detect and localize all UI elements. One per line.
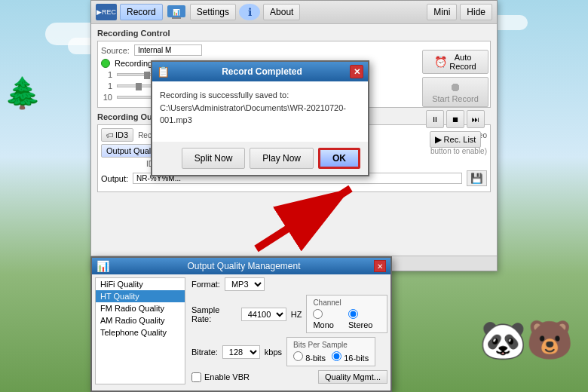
slider2-label: 1 <box>101 81 112 90</box>
enable-vbr-checkbox[interactable] <box>191 372 201 382</box>
toolbar: ▶REC Record 📊 Settings ℹ About Mini Hide <box>91 1 497 24</box>
slider1-label: 1 <box>101 70 112 79</box>
right-panel: ⏰ AutoRecord ⏺ Start Record ⏸ ⏹ ⏭ ▶ <box>414 47 497 151</box>
id3-icon: 🏷 <box>106 131 114 139</box>
enable-vbr-row: Enable VBR Quality Mgmt... <box>191 370 387 384</box>
ok-label: OK <box>332 153 346 164</box>
record-button[interactable]: Record <box>120 4 163 20</box>
play-now-label: Play Now <box>262 153 301 164</box>
pause-icon: ⏸ <box>431 115 439 124</box>
output-label: Output: <box>101 174 128 183</box>
stop-button[interactable]: ⏹ <box>446 110 464 128</box>
quality-mgmt-label: Quality Mgmt... <box>325 372 381 381</box>
svg-rect-1 <box>172 17 181 19</box>
panda-area: 🐼🐻 <box>479 318 573 362</box>
mono-label[interactable]: Mono <box>313 309 342 329</box>
list-icon: ▶ <box>435 134 442 145</box>
record-completed-dialog: 📋 Record Completed ✕ Recording is succes… <box>151 60 369 176</box>
stop-icon: ⏹ <box>452 115 459 124</box>
skip-button[interactable]: ⏭ <box>467 110 485 128</box>
bits-radio-group: 8-bits 16-bits <box>293 351 369 363</box>
id3-button[interactable]: 🏷 ID3 <box>101 128 133 142</box>
source-label: Source: <box>101 46 130 55</box>
mono-radio[interactable] <box>313 309 323 319</box>
start-record-label: Start Record <box>432 94 479 103</box>
bits-16-radio[interactable] <box>332 351 341 361</box>
recording-text: Recording <box>115 59 152 68</box>
bits-16-label[interactable]: 16-bits <box>332 351 369 363</box>
clock-icon: ⏰ <box>434 56 447 68</box>
record-icon: ▶REC <box>96 4 117 20</box>
record-label: Record <box>127 7 156 17</box>
recording-control-label: Recording Control <box>97 29 491 38</box>
dialog-message: Recording is successfully saved to: C:\U… <box>160 89 360 127</box>
channel-radio-group: Mono Stereo <box>313 309 381 329</box>
svg-text:📊: 📊 <box>173 8 180 16</box>
save-button[interactable]: 💾 <box>467 170 487 186</box>
tree-left: 🌲 <box>4 75 41 111</box>
auto-record-button[interactable]: ⏰ AutoRecord <box>422 50 488 74</box>
mini-button[interactable]: Mini <box>427 4 457 20</box>
output-dialog-icon: 📊 <box>96 260 109 272</box>
monitor-svg: 📊 <box>166 4 187 20</box>
stereo-radio[interactable] <box>348 309 358 319</box>
source-input[interactable]: Internal M <box>134 44 202 56</box>
quality-item-am[interactable]: AM Radio Quality <box>96 314 185 326</box>
dialog-title: Record Completed <box>222 66 302 77</box>
format-select[interactable]: MP3 <box>225 277 265 291</box>
dialog-buttons: Split Now Play Now OK <box>152 142 368 175</box>
quality-item-telephone[interactable]: Telephone Quality <box>96 326 185 338</box>
info-icon: ℹ <box>239 4 260 20</box>
play-now-button[interactable]: Play Now <box>250 148 314 169</box>
format-panel: Format: MP3 Sample Rate: 44100 HZ Channe… <box>188 274 390 387</box>
quality-item-ht[interactable]: HT Quality <box>96 290 185 302</box>
dialog-icon: 📋 <box>157 66 170 78</box>
stereo-label[interactable]: Stereo <box>348 309 381 329</box>
dialog-close-button[interactable]: ✕ <box>350 65 363 78</box>
bitrate-select[interactable]: 128 <box>222 345 260 359</box>
split-now-button[interactable]: Split Now <box>182 148 246 169</box>
start-record-button[interactable]: ⏺ Start Record <box>422 77 488 107</box>
quality-mgmt-button[interactable]: Quality Mgmt... <box>318 370 387 384</box>
output-dialog-titlebar: 📊 Output Quality Management ✕ <box>92 258 390 274</box>
hide-label: Hide <box>467 7 485 17</box>
bitrate-label: Bitrate: <box>191 348 218 357</box>
dialog-titlebar: 📋 Record Completed ✕ <box>152 62 368 81</box>
about-button[interactable]: About <box>263 4 300 20</box>
channel-label: Channel <box>313 299 381 307</box>
save-icon: 💾 <box>470 173 483 184</box>
bits-panel: Bits Per Sample 8-bits 16-bits <box>286 337 375 366</box>
quality-item-hifi[interactable]: HiFi Quality <box>96 278 185 290</box>
ok-button[interactable]: OK <box>318 148 360 169</box>
quality-item-fm[interactable]: FM Radio Quality <box>96 302 185 314</box>
sample-rate-select[interactable]: 44100 <box>241 308 286 321</box>
bits-8-radio[interactable] <box>293 351 303 361</box>
settings-button[interactable]: Settings <box>190 4 236 20</box>
kbps-label: kbps <box>265 348 282 357</box>
bits-8-label[interactable]: 8-bits <box>293 351 326 363</box>
hide-button[interactable]: Hide <box>460 4 492 20</box>
auto-record-label: AutoRecord <box>449 53 476 71</box>
about-label: About <box>270 7 293 17</box>
transport-controls: ⏸ ⏹ ⏭ <box>426 110 485 128</box>
recording-indicator <box>101 59 110 68</box>
skip-icon: ⏭ <box>472 115 479 124</box>
quality-list: HiFi Quality HT Quality FM Radio Quality… <box>95 277 185 384</box>
enable-vbr-label: Enable VBR <box>204 372 250 381</box>
rec-list-label: Rec. List <box>444 135 476 144</box>
pause-button[interactable]: ⏸ <box>426 110 444 128</box>
slider3-label: 10 <box>101 93 112 102</box>
mini-label: Mini <box>433 7 450 17</box>
channel-panel: Channel Mono Stereo <box>306 295 387 333</box>
hz-label: HZ <box>291 310 302 319</box>
output-dialog-content: HiFi Quality HT Quality FM Radio Quality… <box>92 274 390 387</box>
id3-label: ID3 <box>115 130 128 139</box>
record-circle-icon: ⏺ <box>449 81 461 94</box>
settings-label: Settings <box>197 7 229 17</box>
rec-list-button[interactable]: ▶ Rec. List <box>430 131 482 148</box>
monitor-icon: 📊 <box>166 4 187 20</box>
output-management-dialog: 📊 Output Quality Management ✕ HiFi Quali… <box>90 256 392 392</box>
output-dialog-close-button[interactable]: ✕ <box>374 260 386 272</box>
sample-rate-label: Sample Rate: <box>191 305 237 323</box>
format-label: Format: <box>191 280 220 289</box>
